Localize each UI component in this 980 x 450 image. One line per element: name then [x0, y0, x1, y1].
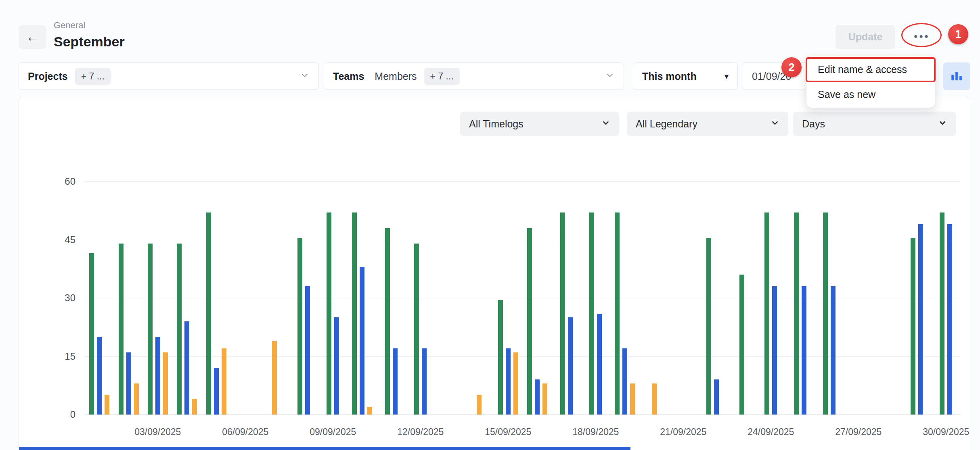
bar-series-green-day-8 — [297, 238, 302, 415]
x-axis-tick-label: 21/09/2025 — [660, 427, 706, 438]
members-label[interactable]: Members — [375, 71, 417, 82]
x-axis-tick-label: 27/09/2025 — [835, 427, 882, 438]
bar-series-green-day-12 — [414, 244, 419, 415]
bar-series-green-day-25 — [794, 212, 799, 415]
bar-series-green-day-1 — [89, 253, 94, 415]
bar-series-blue-day-12 — [422, 348, 427, 415]
chart-view-button[interactable] — [943, 62, 970, 90]
bar-series-blue-day-26 — [831, 286, 836, 415]
y-axis-tick-label: 45 — [65, 234, 75, 246]
bar-series-green-day-24 — [764, 212, 769, 415]
chevron-down-icon — [601, 118, 610, 130]
bar-series-blue-day-5 — [214, 368, 219, 415]
bar-series-blue-day-18 — [597, 314, 602, 415]
bar-series-orange-day-4 — [192, 399, 197, 415]
page-title: September — [54, 34, 125, 50]
more-options-button[interactable]: ••• — [906, 27, 938, 45]
granularity-select[interactable]: Days — [793, 112, 956, 136]
bar-series-orange-day-16 — [542, 383, 547, 415]
teams-filter[interactable]: Teams Members + 7 ... — [324, 62, 624, 90]
menu-item-save-as-new[interactable]: Save as new — [806, 82, 935, 107]
bar-series-blue-day-15 — [506, 348, 511, 415]
legendary-select-value: All Legendary — [636, 118, 697, 130]
projects-filter-label: Projects — [28, 71, 68, 82]
back-button[interactable]: ← — [19, 25, 46, 49]
chevron-down-icon — [300, 71, 310, 82]
x-axis-tick-label: 12/09/2025 — [397, 427, 444, 438]
gridline — [85, 356, 961, 357]
bar-series-blue-day-17 — [568, 317, 573, 415]
bar-series-blue-day-2 — [126, 352, 131, 415]
period-select-value: This month — [642, 71, 697, 82]
bar-series-orange-day-1 — [105, 395, 109, 415]
teams-filter-chip[interactable]: + 7 ... — [424, 68, 460, 85]
bar-series-orange-day-7 — [272, 341, 277, 415]
gridline — [85, 298, 961, 298]
bar-series-blue-day-4 — [184, 321, 189, 415]
bar-series-orange-day-14 — [477, 395, 482, 415]
bar-series-green-day-5 — [206, 212, 211, 415]
bar-series-green-day-23 — [739, 275, 744, 415]
gridline — [85, 415, 961, 415]
chevron-down-icon — [771, 118, 779, 130]
period-select[interactable]: This month ▾ — [633, 62, 738, 90]
bar-series-blue-day-8 — [305, 286, 310, 415]
y-axis-tick-label: 60 — [65, 176, 75, 187]
date-range-value: 01/09/20 — [752, 71, 791, 82]
bar-series-orange-day-15 — [513, 352, 518, 415]
chevron-down-icon — [938, 118, 947, 130]
bar-series-orange-day-3 — [163, 352, 168, 415]
bar-series-blue-day-25 — [802, 286, 806, 415]
y-axis-tick-label: 30 — [65, 292, 75, 304]
bar-series-green-day-26 — [823, 212, 828, 415]
y-axis-tick-label: 0 — [70, 409, 75, 420]
projects-filter[interactable]: Projects + 7 ... — [19, 62, 319, 90]
bar-series-green-day-19 — [615, 212, 620, 415]
bar-series-orange-day-20 — [652, 383, 657, 415]
teams-filter-label: Teams — [333, 71, 364, 82]
partial-bottom-bar — [19, 447, 630, 450]
x-axis-tick-label: 18/09/2025 — [572, 427, 619, 438]
bar-series-green-day-2 — [119, 244, 124, 415]
more-options-menu: Edit name & access Save as new — [806, 56, 935, 108]
gridline — [85, 240, 961, 240]
bar-series-green-day-18 — [589, 212, 594, 415]
bar-series-blue-day-22 — [714, 379, 719, 415]
bar-series-green-day-17 — [560, 212, 565, 415]
bar-series-blue-day-11 — [393, 348, 398, 415]
x-axis-tick-label: 30/09/2025 — [923, 427, 969, 438]
bar-series-green-day-16 — [527, 228, 532, 415]
bar-series-green-day-10 — [352, 212, 357, 415]
bar-series-blue-day-29 — [918, 224, 923, 415]
projects-filter-chip[interactable]: + 7 ... — [75, 68, 111, 85]
back-arrow-icon: ← — [26, 29, 39, 44]
timelogs-select-value: All Timelogs — [469, 118, 524, 130]
bar-series-blue-day-3 — [155, 337, 160, 415]
x-axis-tick-label: 03/09/2025 — [134, 427, 181, 438]
bar-series-orange-day-19 — [630, 383, 635, 415]
update-button[interactable]: Update — [836, 25, 895, 49]
bar-series-green-day-3 — [148, 244, 153, 415]
x-axis-tick-label: 09/09/2025 — [310, 427, 356, 438]
bar-series-blue-day-10 — [360, 267, 364, 415]
bar-series-blue-day-9 — [334, 317, 339, 415]
granularity-select-value: Days — [802, 118, 825, 130]
timelogs-select[interactable]: All Timelogs — [460, 112, 619, 136]
legendary-select[interactable]: All Legendary — [627, 112, 788, 136]
bar-series-green-day-4 — [177, 244, 182, 415]
bar-series-blue-day-19 — [622, 348, 627, 415]
bar-series-blue-day-30 — [947, 224, 952, 415]
gridline — [85, 181, 961, 182]
report-card: All Timelogs All Legendary Days 01530456… — [19, 97, 970, 450]
bar-series-blue-day-24 — [772, 286, 777, 415]
bar-series-green-day-30 — [940, 212, 944, 415]
annotation-step-badge-1: 1 — [948, 24, 968, 44]
x-axis-tick-label: 06/09/2025 — [222, 427, 268, 438]
menu-item-edit-name-access[interactable]: Edit name & access — [806, 57, 935, 82]
x-axis-tick-label: 24/09/2025 — [748, 427, 794, 438]
y-axis-tick-label: 15 — [65, 351, 75, 362]
bar-series-orange-day-5 — [222, 348, 226, 415]
chevron-down-icon — [605, 71, 615, 82]
bar-series-green-day-11 — [385, 228, 390, 415]
bar-series-green-day-29 — [911, 238, 915, 415]
